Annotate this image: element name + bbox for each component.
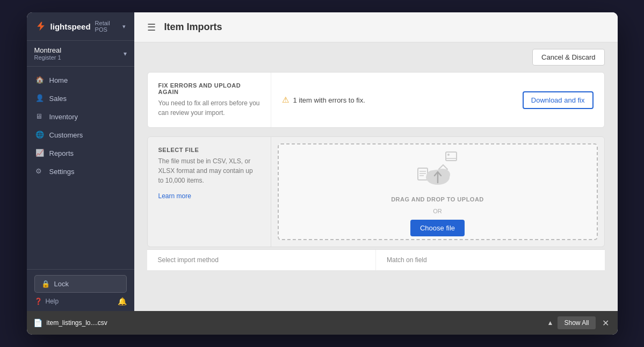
store-info: Montreal Register 1 [34,46,62,61]
sidebar-bottom: 🔒 Lock ❓ Help 🔔 [27,269,134,311]
inventory-icon: 🖥 [35,112,44,121]
fix-errors-section: FIX ERRORS AND UPLOAD AGAIN You need to … [134,72,618,136]
drag-drop-text: DRAG AND DROP TO UPLOAD [391,196,484,203]
logo-text: lightspeed [50,22,91,31]
store-name: Montreal [34,46,62,54]
sidebar-item-inventory[interactable]: 🖥 Inventory [27,107,134,126]
sidebar-item-reports[interactable]: 📈 Reports [27,144,134,162]
import-method-col: Select import method [147,250,377,270]
upload-cloud-icon [414,148,462,191]
sidebar-header: lightspeed Retail POS ▾ [27,12,134,41]
choose-file-button[interactable]: Choose file [410,220,465,236]
bottom-options-bar: Select import method Match on field [147,249,605,270]
select-file-section: SELECT FILE The file must be in CSV, XLS… [134,136,618,279]
sidebar-item-settings[interactable]: ⚙ Settings [27,162,134,180]
show-all-button[interactable]: Show All [558,316,595,329]
section-header-bar: Cancel & Discard [134,42,618,72]
help-icon: ❓ [34,298,42,305]
lightspeed-logo-icon [35,20,46,32]
hamburger-button[interactable]: ☰ [145,19,158,35]
bottom-bar: 📄 item_listings_lo....csv ▲ Show All ✕ [27,311,618,335]
file-icon: 📄 [33,319,42,327]
notifications-button[interactable]: 🔔 [118,297,127,306]
select-file-desc: The file must be in CSV, XLS, or XLSX fo… [158,156,260,185]
register-name: Register 1 [34,54,62,61]
select-file-card: SELECT FILE The file must be in CSV, XLS… [147,136,605,247]
sidebar-item-customers[interactable]: 🌐 Customers [27,126,134,144]
select-file-left: SELECT FILE The file must be in CSV, XLS… [148,137,271,247]
or-text: OR [433,208,442,214]
main-content: ☰ Item Imports Cancel & Discard FIX ERRO… [134,12,618,311]
file-name: item_listings_lo....csv [47,319,543,327]
home-icon: 🏠 [35,76,44,84]
drop-zone[interactable]: DRAG AND DROP TO UPLOAD OR Choose file [278,143,598,240]
customers-icon: 🌐 [35,131,44,139]
lock-button[interactable]: 🔒 Lock [34,275,127,293]
download-fix-button[interactable]: Download and fix [523,91,594,109]
chevron-up-icon[interactable]: ▲ [547,319,554,327]
error-message: ⚠ 1 item with errors to fix. [282,95,365,105]
match-field-col: Match on field [376,250,605,270]
fix-errors-card: FIX ERRORS AND UPLOAD AGAIN You need to … [147,72,605,128]
settings-icon: ⚙ [35,167,44,176]
fix-errors-left: FIX ERRORS AND UPLOAD AGAIN You need to … [148,73,271,127]
reports-icon: 📈 [35,149,44,157]
fix-errors-desc: You need to fix all errors before you ca… [158,98,260,118]
sidebar: lightspeed Retail POS ▾ Montreal Registe… [27,12,134,311]
select-file-title: SELECT FILE [158,147,260,153]
warning-icon: ⚠ [282,95,289,105]
fix-errors-right: ⚠ 1 item with errors to fix. Download an… [271,73,604,127]
retail-pos-label[interactable]: Retail POS ▾ [95,20,126,33]
svg-point-2 [447,154,450,156]
nav-items: 🏠 Home 👤 Sales 🖥 Inventory 🌐 Customers 📈 [27,67,134,269]
store-section[interactable]: Montreal Register 1 ▾ [27,41,134,67]
store-chevron-icon: ▾ [124,50,127,57]
close-bar-button[interactable]: ✕ [600,318,611,328]
page-title: Item Imports [164,21,222,33]
help-button[interactable]: ❓ Help [34,298,59,305]
lock-icon: 🔒 [41,280,50,288]
svg-rect-0 [446,152,457,161]
sales-icon: 👤 [35,94,44,103]
cancel-discard-button[interactable]: Cancel & Discard [532,49,604,66]
upload-illustration [414,148,462,191]
fix-errors-title: FIX ERRORS AND UPLOAD AGAIN [158,82,260,95]
topbar: ☰ Item Imports [134,12,618,42]
sidebar-item-home[interactable]: 🏠 Home [27,71,134,89]
learn-more-link[interactable]: Learn more [158,192,191,200]
help-row: ❓ Help 🔔 [34,293,127,306]
sidebar-item-sales[interactable]: 👤 Sales [27,89,134,107]
content-area: Cancel & Discard FIX ERRORS AND UPLOAD A… [134,42,618,311]
